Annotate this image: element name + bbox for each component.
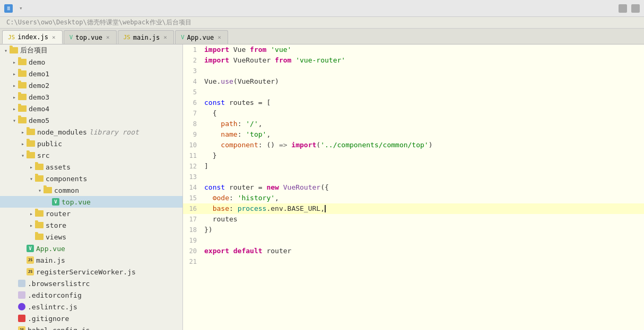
tree-item-16[interactable]: views (0, 231, 182, 243)
line-content-4: Vue.use(VueRouter) (202, 76, 279, 87)
tree-icon-5 (18, 105, 27, 112)
tree-arrow-10: ▸ (28, 164, 35, 170)
line-content-17: routes (202, 214, 238, 225)
line-number-5: 5 (183, 87, 202, 97)
line-content-8: path: '/', (202, 119, 263, 129)
tree-icon-14 (35, 210, 43, 217)
settings-button[interactable] (619, 4, 627, 13)
line-number-13: 13 (183, 172, 202, 182)
tree-icon-20 (18, 280, 25, 287)
code-line-10: 10 component: () => import('../component… (183, 140, 644, 150)
project-icon: ≡ (4, 4, 13, 13)
line-number-8: 8 (183, 119, 202, 129)
tree-item-0[interactable]: ▾后台项目 (0, 44, 182, 56)
code-line-2: 2import VueRouter from 'vue-router' (183, 55, 644, 66)
tree-item-15[interactable]: ▸store (0, 219, 182, 231)
line-content-6: const routes = [ (202, 97, 271, 108)
tree-item-21[interactable]: .editorconfig (0, 289, 182, 301)
code-line-19: 19 (183, 235, 644, 246)
tab-close-top-vue[interactable]: × (105, 34, 111, 41)
code-line-7: 7 { (183, 108, 644, 119)
tree-item-20[interactable]: .browserslistrc (0, 278, 182, 289)
line-content-9: name: 'top', (202, 129, 271, 140)
tree-icon-7 (27, 129, 35, 135)
tab-close-main-js[interactable]: × (162, 34, 168, 41)
tab-app-vue[interactable]: V App.vue × (175, 30, 228, 44)
tree-item-12[interactable]: ▾common (0, 184, 182, 196)
line-number-4: 4 (183, 76, 202, 87)
code-line-8: 8 path: '/', (183, 119, 644, 129)
tree-item-22[interactable]: .eslintrc.js (0, 301, 182, 313)
tree-label-2: demo1 (29, 70, 49, 78)
tree-label-12: common (54, 186, 79, 194)
tree-icon-1 (18, 59, 27, 65)
tree-label-19: registerServiceWorker.js (36, 268, 136, 276)
tree-arrow-7: ▸ (19, 129, 27, 135)
tree-arrow-2: ▸ (11, 71, 18, 77)
tab-main-js[interactable]: JS main.js × (118, 30, 174, 44)
line-number-3: 3 (183, 66, 202, 76)
sidebar: ▾后台项目▸demo▸demo1▸demo2▸demo3▸demo4▾demo5… (0, 44, 183, 330)
tree-item-9[interactable]: ▾src (0, 149, 182, 161)
tree-item-4[interactable]: ▸demo3 (0, 91, 182, 103)
line-number-18: 18 (183, 225, 202, 235)
code-line-11: 11 } (183, 150, 644, 161)
tree-icon-23 (18, 315, 25, 322)
tree-label-5: demo4 (29, 105, 49, 113)
tree-icon-6 (18, 117, 27, 123)
tree-item-18[interactable]: main.js (0, 254, 182, 266)
line-number-20: 20 (183, 246, 202, 256)
tree-item-14[interactable]: ▸router (0, 208, 182, 219)
tree-arrow-3: ▸ (11, 83, 18, 88)
tree-label-13: top.vue (62, 198, 91, 206)
tab-close-index-js[interactable]: × (51, 34, 57, 41)
tree-label-9: src (37, 151, 49, 159)
tree-item-17[interactable]: App.vue (0, 243, 182, 254)
tree-item-6[interactable]: ▾demo5 (0, 114, 182, 126)
tab-icon-vue-top: V (69, 34, 73, 41)
tree-label-21: .editorconfig (28, 291, 82, 299)
tree-icon-18 (27, 256, 34, 264)
tree-item-1[interactable]: ▸demo (0, 56, 182, 68)
tree-item-24[interactable]: babel.config.js (0, 324, 182, 330)
text-cursor (325, 205, 326, 212)
tree-item-23[interactable]: .gitignore (0, 313, 182, 324)
tree-item-13[interactable]: top.vue (0, 196, 182, 208)
tree-item-3[interactable]: ▸demo2 (0, 79, 182, 91)
tree-arrow-4: ▸ (11, 94, 18, 100)
line-number-17: 17 (183, 214, 202, 225)
dropdown-arrow: ▾ (19, 5, 23, 12)
code-line-13: 13 (183, 172, 644, 182)
tree-item-19[interactable]: registerServiceWorker.js (0, 266, 182, 278)
code-line-5: 5 (183, 87, 644, 97)
line-content-3 (202, 66, 208, 76)
tree-label-4: demo3 (29, 93, 49, 101)
title-bar: ≡ ▾ (0, 0, 644, 17)
line-number-6: 6 (183, 97, 202, 108)
tab-icon-vue-app: V (181, 34, 185, 41)
line-content-15: ⚙ode: 'history', (202, 193, 279, 203)
tab-top-vue[interactable]: V top.vue × (64, 30, 117, 44)
line-content-21 (202, 256, 208, 267)
tree-item-7[interactable]: ▸node_moduleslibrary root (0, 126, 182, 138)
tree-item-8[interactable]: ▸public (0, 138, 182, 149)
line-number-19: 19 (183, 235, 202, 246)
tree-label-1: demo (29, 58, 45, 66)
minimize-button[interactable] (631, 4, 640, 13)
tree-item-11[interactable]: ▾components (0, 173, 182, 184)
tree-arrow-14: ▸ (28, 211, 35, 217)
tree-arrow-8: ▸ (19, 141, 27, 147)
tab-icon-js: JS (8, 34, 15, 41)
line-content-7: { (202, 108, 216, 119)
code-line-18: 18}) (183, 225, 644, 235)
line-number-2: 2 (183, 55, 202, 66)
tab-close-app-vue[interactable]: × (216, 34, 222, 41)
tab-index-js[interactable]: JS index.js × (2, 30, 63, 44)
tree-arrow-1: ▸ (11, 59, 18, 65)
tree-item-10[interactable]: ▸assets (0, 161, 182, 173)
line-content-2: import VueRouter from 'vue-router' (202, 55, 345, 66)
code-editor[interactable]: 1import Vue from 'vue'2import VueRouter … (183, 44, 644, 330)
tree-item-5[interactable]: ▸demo4 (0, 103, 182, 114)
line-content-19 (202, 235, 208, 246)
tree-item-2[interactable]: ▸demo1 (0, 68, 182, 79)
